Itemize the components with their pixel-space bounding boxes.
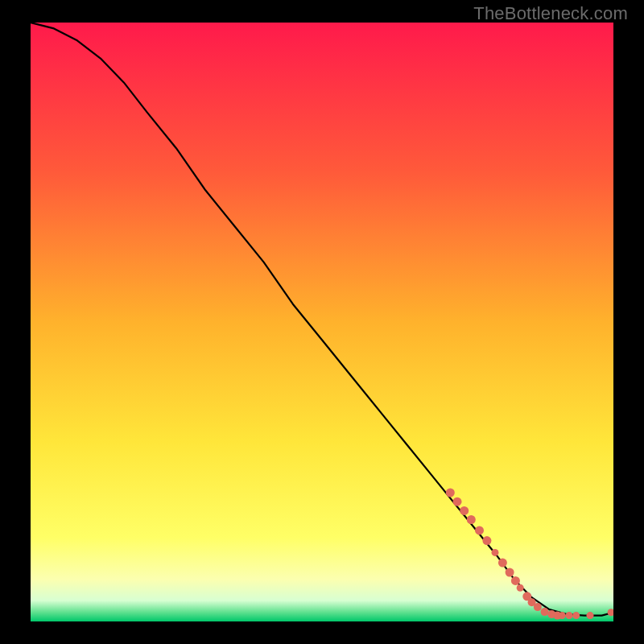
data-marker bbox=[511, 576, 520, 585]
data-marker bbox=[460, 506, 469, 515]
data-marker bbox=[506, 568, 514, 577]
chart-svg bbox=[31, 23, 613, 621]
data-marker bbox=[587, 612, 594, 619]
plot-area bbox=[31, 23, 613, 621]
data-marker bbox=[559, 612, 566, 619]
data-marker bbox=[534, 603, 542, 611]
attribution-text: TheBottleneck.com bbox=[473, 3, 628, 24]
data-marker bbox=[498, 559, 507, 568]
gradient-background bbox=[31, 23, 613, 621]
data-marker bbox=[566, 612, 573, 619]
data-marker bbox=[517, 584, 524, 592]
data-marker bbox=[453, 497, 462, 506]
data-marker bbox=[482, 536, 491, 545]
data-marker bbox=[492, 549, 499, 556]
data-marker bbox=[572, 612, 580, 619]
data-marker bbox=[446, 489, 455, 497]
data-marker bbox=[475, 526, 484, 535]
chart-frame: TheBottleneck.com bbox=[0, 0, 644, 644]
data-marker bbox=[467, 515, 476, 524]
data-marker bbox=[541, 608, 549, 616]
